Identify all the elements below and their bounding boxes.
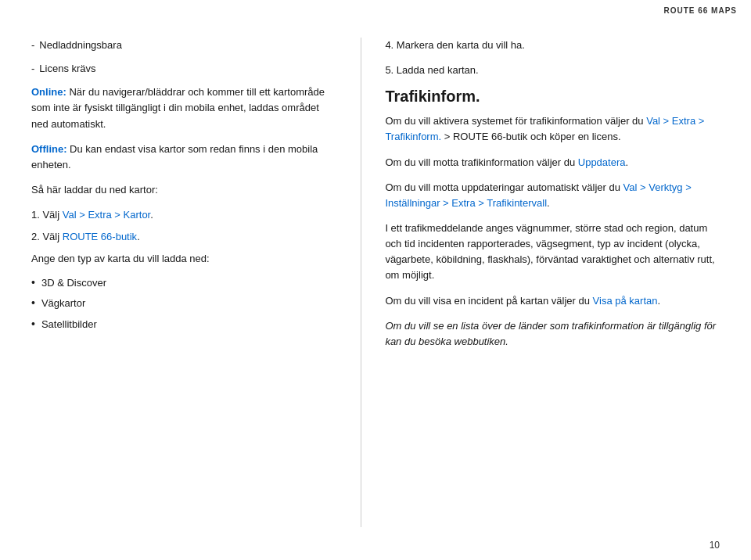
right-column: 4. Markera den karta du vill ha. 5. Ladd… bbox=[361, 38, 720, 527]
bullet-item-3d: • 3D & Discover bbox=[31, 275, 337, 292]
dash-1: - bbox=[31, 38, 34, 53]
brand-header: ROUTE 66 MAPS bbox=[663, 6, 737, 15]
offline-body: Du kan endast visa kartor som redan finn… bbox=[31, 143, 318, 171]
dash-2: - bbox=[31, 61, 34, 77]
para3-block: Om du vill motta uppdateringar automatis… bbox=[385, 180, 720, 211]
online-paragraph: Online: När du navigerar/bläddrar och ko… bbox=[31, 84, 337, 131]
link-route66-butik: ROUTE 66-butik bbox=[63, 231, 137, 242]
num-2-after: . bbox=[137, 231, 140, 242]
para1-block: Om du vill aktivera systemet för trafiki… bbox=[385, 113, 720, 145]
bullet-text-2: Vägkartor bbox=[41, 296, 85, 312]
numbered-item-3: Ange den typ av karta du vill ladda ned: bbox=[31, 251, 337, 267]
num-1-after: . bbox=[150, 209, 153, 221]
bullet-item-vagkartor: • Vägkartor bbox=[31, 296, 337, 312]
online-label: Online: bbox=[31, 86, 66, 98]
dash-item-nedladdningsbara: - Nedladdningsbara bbox=[31, 38, 337, 53]
para5-after: . bbox=[657, 295, 660, 307]
dash-item-text-1: Nedladdningsbara bbox=[39, 38, 122, 53]
offline-text: Offline: Du kan endast visa kartor som r… bbox=[31, 142, 337, 173]
dash-item-text-2: Licens krävs bbox=[39, 61, 95, 77]
para5-text: Om du vill visa en incident på kartan vä… bbox=[385, 293, 720, 309]
bullet-dot-2: • bbox=[31, 295, 35, 312]
para6-text: Om du vill se en lista över de länder so… bbox=[385, 318, 720, 350]
dash-item-licens: - Licens krävs bbox=[31, 61, 337, 77]
bullet-text-1: 3D & Discover bbox=[41, 275, 106, 292]
link-val-extra-kartor: Val > Extra > Kartor bbox=[63, 209, 150, 221]
para1-before: Om du vill aktivera systemet för trafiki… bbox=[385, 115, 646, 127]
offline-label: Offline: bbox=[31, 143, 67, 155]
para3-text: Om du vill motta uppdateringar automatis… bbox=[385, 180, 720, 211]
numbered-item-1: 1. Välj Val > Extra > Kartor. bbox=[31, 207, 337, 223]
numbered-item-2: 2. Välj ROUTE 66-butik. bbox=[31, 229, 337, 245]
item4-text: 4. Markera den karta du vill ha. bbox=[385, 38, 720, 53]
content-columns: - Nedladdningsbara - Licens krävs Online… bbox=[31, 38, 720, 527]
so-har-label: Så här laddar du ned kartor: bbox=[31, 182, 337, 198]
online-text: Online: När du navigerar/bläddrar och ko… bbox=[31, 84, 337, 131]
para2-text: Om du vill motta trafikinformation välje… bbox=[385, 155, 720, 171]
para3-before: Om du vill motta uppdateringar automatis… bbox=[385, 181, 623, 193]
para6-block: Om du vill se en lista över de länder so… bbox=[385, 318, 720, 350]
item5-block: 5. Ladda ned kartan. bbox=[385, 63, 720, 78]
para2-link: Uppdatera bbox=[578, 156, 626, 168]
online-body: När du navigerar/bläddrar och kommer til… bbox=[31, 86, 325, 129]
para5-block: Om du vill visa en incident på kartan vä… bbox=[385, 293, 720, 309]
brand-text: ROUTE 66 MAPS bbox=[663, 6, 737, 15]
offline-paragraph: Offline: Du kan endast visa kartor som r… bbox=[31, 142, 337, 173]
para1-text: Om du vill aktivera systemet för trafiki… bbox=[385, 113, 720, 145]
left-column: - Nedladdningsbara - Licens krävs Online… bbox=[31, 38, 361, 527]
page-container: ROUTE 66 MAPS - Nedladdningsbara - Licen… bbox=[0, 0, 751, 560]
num-3: Ange den typ av karta du vill ladda ned: bbox=[31, 253, 210, 264]
trafikinform-heading: Trafikinform. bbox=[385, 88, 720, 106]
page-number: 10 bbox=[710, 540, 720, 551]
bullet-text-3: Satellitbilder bbox=[41, 317, 97, 333]
so-har-text: Så här laddar du ned kartor: bbox=[31, 182, 337, 198]
para2-after: . bbox=[625, 156, 628, 168]
para2-before: Om du vill motta trafikinformation välje… bbox=[385, 156, 577, 168]
num-1: 1. Välj bbox=[31, 209, 63, 221]
para2-block: Om du vill motta trafikinformation välje… bbox=[385, 155, 720, 171]
item4-block: 4. Markera den karta du vill ha. bbox=[385, 38, 720, 53]
bullet-item-satellitbilder: • Satellitbilder bbox=[31, 317, 337, 333]
para5-link: Visa på kartan bbox=[593, 295, 658, 307]
para5-before: Om du vill visa en incident på kartan vä… bbox=[385, 295, 592, 307]
bullet-dot-3: • bbox=[31, 316, 35, 333]
num-2: 2. Välj bbox=[31, 231, 63, 242]
item5-text: 5. Ladda ned kartan. bbox=[385, 63, 720, 78]
para4-block: I ett trafikmeddelande anges vägnummer, … bbox=[385, 221, 720, 284]
bullet-dot-1: • bbox=[31, 275, 35, 292]
para1-after: > ROUTE 66-butik och köper en licens. bbox=[441, 131, 620, 142]
para4-text: I ett trafikmeddelande anges vägnummer, … bbox=[385, 221, 720, 284]
para3-after: . bbox=[547, 197, 550, 209]
